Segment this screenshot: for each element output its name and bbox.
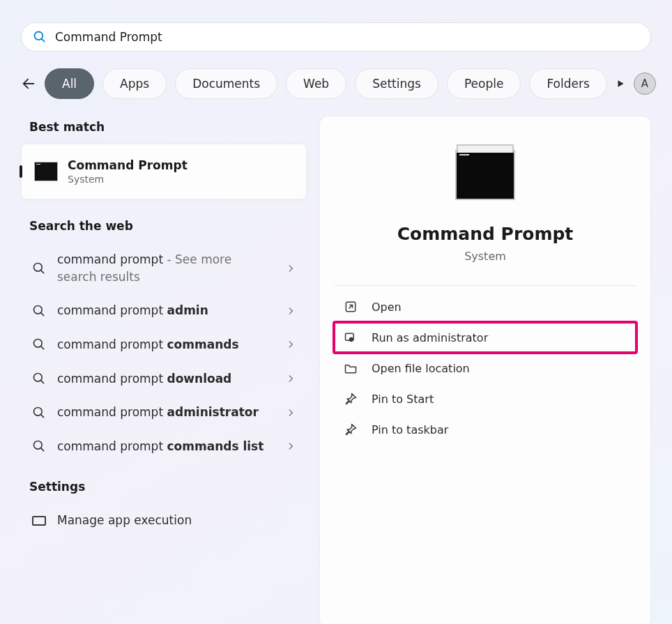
web-suggestion-list: command prompt - See more search results… xyxy=(21,243,307,463)
search-web-heading: Search the web xyxy=(29,219,307,233)
action-run-admin[interactable]: Run as administrator xyxy=(334,322,636,353)
pin-icon xyxy=(344,423,358,436)
best-match-title: Command Prompt xyxy=(68,158,188,172)
preview-app-icon xyxy=(455,150,515,200)
chevron-right-icon xyxy=(286,340,296,349)
filter-pill-folders[interactable]: Folders xyxy=(529,68,606,99)
folder-icon xyxy=(344,361,358,375)
chevron-right-icon xyxy=(286,306,296,316)
filter-pills: AllAppsDocumentsWebSettingsPeopleFolders xyxy=(45,68,607,99)
web-suggestion[interactable]: command prompt - See more search results xyxy=(21,243,307,294)
pin-icon xyxy=(344,392,358,406)
chevron-right-icon xyxy=(286,374,296,383)
admin-icon xyxy=(344,330,358,344)
svg-line-18 xyxy=(41,448,44,451)
action-open[interactable]: Open xyxy=(334,291,636,322)
svg-line-14 xyxy=(41,381,44,383)
best-match-subtitle: System xyxy=(68,174,188,185)
web-suggestion-text: command prompt commands list xyxy=(57,438,275,455)
best-match-card[interactable]: Command Prompt System xyxy=(21,144,307,199)
search-icon xyxy=(32,372,46,386)
best-match-heading: Best match xyxy=(29,120,307,134)
search-icon xyxy=(32,337,46,351)
search-bar[interactable] xyxy=(21,22,651,52)
web-suggestion-text: command prompt administrator xyxy=(57,404,275,421)
search-icon xyxy=(32,261,46,275)
svg-line-1 xyxy=(42,39,45,42)
filter-row: AllAppsDocumentsWebSettingsPeopleFolders… xyxy=(21,68,651,99)
web-suggestion[interactable]: command prompt commands list xyxy=(21,429,307,464)
filter-pill-apps[interactable]: Apps xyxy=(102,68,167,99)
profile-avatar[interactable]: A xyxy=(634,73,656,95)
more-options-button[interactable] xyxy=(669,73,672,95)
search-icon xyxy=(32,406,46,420)
web-suggestion-text: command prompt commands xyxy=(57,336,275,353)
back-button[interactable] xyxy=(21,70,36,97)
action-label: Open xyxy=(372,300,402,314)
svg-line-12 xyxy=(41,347,44,349)
search-icon xyxy=(32,439,46,453)
settings-suggestion[interactable]: Manage app execution xyxy=(21,503,307,538)
more-filters-button[interactable] xyxy=(616,70,625,97)
open-icon xyxy=(344,300,358,314)
web-suggestion-text: command prompt download xyxy=(57,370,275,388)
action-label: Open file location xyxy=(372,362,470,375)
search-input[interactable] xyxy=(55,23,650,51)
svg-line-8 xyxy=(41,270,44,273)
preview-subtitle: System xyxy=(464,250,506,263)
filter-pill-web[interactable]: Web xyxy=(286,68,346,99)
svg-line-16 xyxy=(41,414,44,417)
action-label: Pin to Start xyxy=(372,393,434,406)
action-pin-start[interactable]: Pin to Start xyxy=(334,383,636,414)
preview-title: Command Prompt xyxy=(397,224,574,244)
svg-line-10 xyxy=(41,312,44,315)
web-suggestion[interactable]: command prompt download xyxy=(21,362,307,396)
svg-marker-3 xyxy=(618,80,623,86)
filter-pill-settings[interactable]: Settings xyxy=(355,68,438,99)
search-icon xyxy=(32,304,46,318)
web-suggestion-text: command prompt - See more search results xyxy=(57,251,275,285)
web-suggestion[interactable]: command prompt commands xyxy=(21,328,307,362)
settings-suggestion-text: Manage app execution xyxy=(57,512,296,529)
preview-action-list: OpenRun as administratorOpen file locati… xyxy=(334,291,636,445)
web-suggestion[interactable]: command prompt administrator xyxy=(21,395,307,429)
filter-pill-all[interactable]: All xyxy=(45,68,94,99)
settings-heading: Settings xyxy=(29,480,307,494)
chevron-right-icon xyxy=(286,408,296,418)
action-label: Run as administrator xyxy=(372,331,488,344)
chevron-right-icon xyxy=(286,441,296,451)
action-file-location[interactable]: Open file location xyxy=(334,353,636,383)
chevron-right-icon xyxy=(286,264,296,273)
preview-card: Command Prompt System OpenRun as adminis… xyxy=(319,116,651,624)
filter-pill-people[interactable]: People xyxy=(447,68,521,99)
settings-suggestion-list: Manage app execution xyxy=(21,503,307,538)
action-label: Pin to taskbar xyxy=(372,423,448,436)
command-prompt-icon xyxy=(34,162,58,181)
web-suggestion[interactable]: command prompt admin xyxy=(21,294,307,328)
web-suggestion-text: command prompt admin xyxy=(57,302,275,319)
search-icon xyxy=(33,30,47,44)
settings-icon xyxy=(32,516,46,526)
divider xyxy=(334,285,636,286)
action-pin-taskbar[interactable]: Pin to taskbar xyxy=(334,414,636,445)
filter-pill-documents[interactable]: Documents xyxy=(175,68,277,99)
